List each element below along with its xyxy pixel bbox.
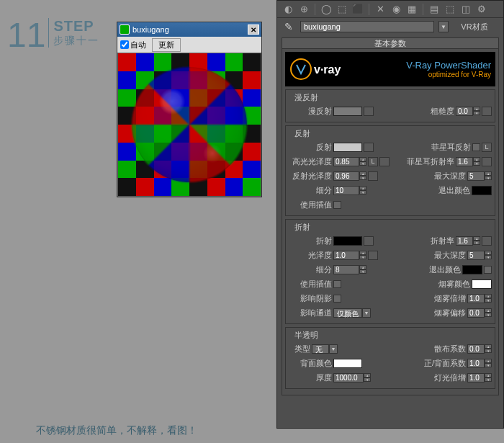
toolbar-icon-4[interactable]: ⬛ — [351, 3, 364, 16]
vray-banner: v·ray V-Ray PowerShader optimized for V-… — [285, 52, 495, 86]
subdiv-spinner[interactable]: ▴▾ — [333, 186, 366, 195]
fogmult-spinner[interactable]: ▴▾ — [467, 294, 492, 303]
material-name-input[interactable] — [300, 21, 434, 32]
fogcolor-swatch[interactable] — [472, 279, 492, 289]
scatter-label: 散布系数 — [423, 344, 466, 354]
step-cn: 步骤十一 — [53, 35, 99, 48]
rglossy-label: 反射光泽度 — [289, 171, 332, 182]
banner-line2: optimized for V-Ray — [361, 71, 491, 79]
toolbar-icon-2[interactable]: ◯ — [320, 3, 333, 16]
refglossy-label: 光泽度 — [289, 250, 332, 261]
thickness-label: 厚度 — [289, 372, 332, 383]
fogbias-label: 烟雾偏移 — [423, 308, 466, 318]
reflect-map-button[interactable] — [364, 143, 374, 152]
rglossy-spinner[interactable]: ▴▾ — [333, 171, 366, 181]
fresnelior-map-button[interactable] — [482, 157, 492, 166]
scatter-spinner[interactable]: ▴▾ — [467, 344, 492, 354]
refmaxdepth-label: 最大深度 — [423, 250, 466, 261]
fogmult-label: 烟雾倍增 — [423, 293, 466, 304]
toolbar-icon-1[interactable]: ⊕ — [297, 3, 310, 16]
material-preview-window: buxiugang ✕ 自动 更新 — [117, 22, 262, 197]
refract-map-button[interactable] — [364, 236, 374, 246]
fresnel-checkbox[interactable] — [472, 143, 480, 151]
preview-sphere — [132, 67, 247, 182]
fresnelior-label: 菲星耳折射率 — [400, 156, 454, 167]
preview-toolbar: 自动 更新 — [117, 37, 261, 53]
fogcolor-label: 烟雾颜色 — [427, 279, 470, 290]
channel-dropdown[interactable]: 仅颜色▼ — [333, 308, 371, 318]
material-type-label[interactable]: VR材质 — [453, 22, 496, 32]
toolbar-icon-3[interactable]: ⬚ — [336, 3, 348, 16]
name-dropdown-icon[interactable]: ▼ — [438, 21, 449, 32]
transtype-label: 类型 — [289, 344, 310, 354]
fogbias-spinner[interactable]: ▴▾ — [467, 308, 492, 318]
refexit-checkbox[interactable] — [484, 266, 492, 274]
ior-spinner[interactable]: ▴▾ — [456, 236, 480, 246]
material-editor-panel: ◐⊕◯⬚⬛✕◉▦▤⬚◫⚙ ✎ ▼ VR材质 基本参数 v·ray V-Ray P… — [276, 0, 504, 429]
toolbar-icon-8[interactable]: ▤ — [428, 3, 441, 16]
eyedropper-icon[interactable]: ✎ — [284, 21, 296, 32]
rollout-header[interactable]: 基本参数 — [282, 37, 499, 49]
hglossy-spinner[interactable]: ▴▾ — [333, 157, 366, 166]
affect-checkbox[interactable] — [333, 295, 341, 303]
refglossy-map-button[interactable] — [368, 251, 378, 260]
toolbar-icon-6[interactable]: ◉ — [390, 3, 402, 16]
diffuse-group: 漫反射 漫反射 粗糙度 ▴▾ — [285, 89, 495, 122]
material-toolbar: ◐⊕◯⬚⬛✕◉▦▤⬚◫⚙ — [277, 1, 503, 18]
affect-label: 影响阴影 — [289, 293, 332, 304]
window-icon — [120, 24, 130, 35]
toolbar-icon-9[interactable]: ⬚ — [444, 3, 456, 16]
exitcolor-swatch[interactable] — [472, 186, 492, 195]
refract-group: 折射 折射 折射率 ▴▾ 光泽度 ▴▾ 最大深度 ▴▾ — [285, 219, 495, 324]
toolbar-icon-10[interactable]: ◫ — [459, 3, 472, 16]
refsubdiv-spinner[interactable]: ▴▾ — [333, 265, 366, 274]
ior-map-button[interactable] — [482, 236, 492, 246]
caption-text: 不锈钢材质很简单，不解释，看图！ — [36, 424, 197, 437]
preview-titlebar[interactable]: buxiugang ✕ — [117, 22, 261, 37]
refmaxdepth-spinner[interactable]: ▴▾ — [467, 251, 492, 260]
reflect-title: 反射 — [292, 128, 313, 139]
close-icon[interactable]: ✕ — [248, 24, 259, 35]
maxdepth-label: 最大深度 — [423, 171, 466, 182]
toolbar-icon-5[interactable]: ✕ — [374, 3, 387, 16]
refexit-swatch[interactable] — [462, 265, 482, 274]
backcolor-swatch[interactable] — [333, 359, 362, 368]
diffuse-color-swatch[interactable] — [333, 107, 362, 116]
maxdepth-spinner[interactable]: ▴▾ — [467, 171, 492, 181]
step-number: 11 — [7, 18, 45, 53]
roughness-map-button[interactable] — [482, 107, 492, 116]
auto-checkbox[interactable]: 自动 — [120, 40, 146, 50]
trans-title: 半透明 — [292, 330, 321, 341]
refinterp-checkbox[interactable] — [333, 280, 341, 288]
svg-text:v·ray: v·ray — [314, 63, 341, 76]
transtype-dropdown[interactable]: 无▼ — [312, 344, 338, 354]
toolbar-icon-7[interactable]: ▦ — [405, 3, 418, 16]
fresnelior-spinner[interactable]: ▴▾ — [456, 157, 480, 166]
thickness-spinner[interactable]: ▴▾ — [333, 373, 371, 382]
useinterp-checkbox[interactable] — [333, 201, 341, 209]
lightmult-spinner[interactable]: ▴▾ — [467, 373, 492, 382]
refract-label: 折射 — [289, 236, 332, 246]
preview-title-text: buxiugang — [132, 25, 169, 34]
roughness-spinner[interactable]: ▴▾ — [456, 107, 480, 116]
diffuse-map-button[interactable] — [364, 107, 374, 116]
preview-viewport[interactable] — [117, 53, 261, 197]
toolbar-icon-11[interactable]: ⚙ — [475, 3, 488, 16]
hglossy-map-button[interactable] — [379, 157, 390, 166]
diffuse-label: 漫反射 — [289, 106, 332, 117]
hglossy-lock-button[interactable]: L — [368, 157, 378, 166]
fb-spinner[interactable]: ▴▾ — [467, 359, 492, 368]
reflect-label: 反射 — [289, 142, 332, 153]
diffuse-title: 漫反射 — [292, 92, 321, 103]
reflect-color-swatch[interactable] — [333, 143, 362, 152]
rglossy-map-button[interactable] — [368, 171, 378, 181]
fb-label: 正/背面系数 — [414, 358, 466, 369]
refract-color-swatch[interactable] — [333, 236, 362, 246]
subdiv-label: 细分 — [289, 185, 332, 196]
step-label: 11 STEP 步骤十一 — [7, 18, 99, 53]
roughness-label: 粗糙度 — [418, 106, 454, 117]
fresnel-lock-button[interactable]: L — [482, 143, 492, 152]
toolbar-icon-0[interactable]: ◐ — [282, 3, 294, 16]
refglossy-spinner[interactable]: ▴▾ — [333, 251, 366, 260]
update-button[interactable]: 更新 — [152, 38, 181, 52]
